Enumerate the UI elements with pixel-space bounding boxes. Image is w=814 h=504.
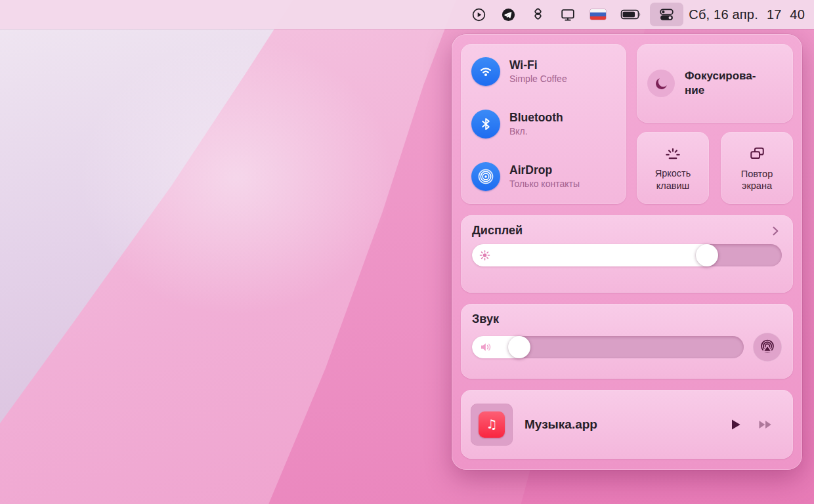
music-app-icon: ♫ bbox=[479, 411, 505, 438]
menu-bar: Сб, 16 апр. 17 40 bbox=[0, 0, 814, 29]
music-note-icon: ♫ bbox=[486, 418, 497, 430]
music-card[interactable]: ♫ Музыка.app bbox=[461, 390, 793, 459]
bluetooth-labels: Bluetooth Вкл. bbox=[509, 111, 563, 137]
keyboard-brightness-line2: клавиш bbox=[655, 180, 691, 192]
airplay-audio-icon bbox=[759, 339, 776, 356]
music-thumbnail: ♫ bbox=[471, 404, 513, 446]
brightness-sun-icon bbox=[479, 250, 490, 261]
telegram-icon bbox=[501, 7, 516, 22]
speaker-icon bbox=[479, 341, 494, 354]
bluetooth-toggle-circle[interactable] bbox=[471, 110, 500, 138]
control-center-menu-button[interactable] bbox=[650, 3, 683, 26]
input-source-flag[interactable] bbox=[583, 3, 613, 26]
mini-button-row: Яркость клавиш Повтор экрана bbox=[637, 132, 793, 204]
battery-menu-item[interactable] bbox=[613, 3, 650, 26]
wifi-toggle[interactable]: Wi-Fi Simple Coffee bbox=[471, 57, 616, 86]
focus-label-line1: Фокусирова- bbox=[685, 69, 756, 83]
keyboard-brightness-line1: Яркость bbox=[655, 167, 691, 179]
moon-icon bbox=[654, 76, 669, 91]
screen-mirroring-icon bbox=[748, 146, 766, 162]
menu-bar-time: 17 40 bbox=[767, 7, 805, 22]
top-right-column: Фокусирова- ние bbox=[637, 44, 793, 204]
bluetooth-status: Вкл. bbox=[509, 126, 563, 138]
wifi-labels: Wi-Fi Simple Coffee bbox=[509, 58, 567, 85]
wifi-toggle-circle[interactable] bbox=[471, 57, 500, 86]
sound-title: Звук bbox=[472, 312, 499, 326]
brightness-slider-knob[interactable] bbox=[696, 244, 718, 266]
airdrop-toggle[interactable]: AirDrop Только контакты bbox=[471, 162, 616, 191]
screen-mirroring-line2: экрана bbox=[741, 180, 773, 192]
telegram-menu-icon[interactable] bbox=[494, 3, 523, 26]
airdrop-labels: AirDrop Только контакты bbox=[509, 163, 580, 190]
battery-fill bbox=[623, 12, 635, 18]
focus-label-line2: ние bbox=[685, 83, 756, 98]
display-title: Дисплей bbox=[472, 224, 523, 238]
sound-card: Звук bbox=[461, 304, 793, 379]
brightness-slider-fill[interactable] bbox=[472, 244, 717, 266]
wifi-network-name: Simple Coffee bbox=[509, 74, 567, 85]
control-center-panel: Wi-Fi Simple Coffee Bluetooth Вкл. bbox=[452, 34, 802, 470]
bluetooth-icon bbox=[478, 116, 494, 132]
volume-slider[interactable] bbox=[472, 336, 744, 358]
top-row: Wi-Fi Simple Coffee Bluetooth Вкл. bbox=[461, 44, 793, 204]
focus-icon-circle bbox=[647, 70, 675, 97]
volume-slider-knob[interactable] bbox=[508, 336, 530, 358]
screen-mirroring-button[interactable]: Повтор экрана bbox=[721, 132, 793, 204]
control-center-icon bbox=[658, 7, 675, 23]
fast-forward-button[interactable] bbox=[756, 417, 776, 432]
screen-mirroring-label: Повтор экрана bbox=[741, 168, 773, 192]
play-circle-menu-icon[interactable] bbox=[464, 3, 494, 26]
display-icon bbox=[560, 7, 576, 22]
layers-menu-icon[interactable] bbox=[523, 3, 553, 26]
connectivity-card: Wi-Fi Simple Coffee Bluetooth Вкл. bbox=[461, 44, 626, 204]
russian-flag-icon bbox=[590, 9, 606, 20]
chevron-right-icon[interactable] bbox=[769, 224, 782, 238]
keyboard-brightness-button[interactable]: Яркость клавиш bbox=[637, 132, 709, 204]
focus-label: Фокусирова- ние bbox=[685, 69, 756, 98]
airdrop-status: Только контакты bbox=[509, 178, 580, 190]
music-app-name: Музыка.app bbox=[525, 417, 716, 432]
bluetooth-title: Bluetooth bbox=[509, 111, 563, 125]
layers-icon bbox=[530, 7, 546, 22]
bluetooth-toggle[interactable]: Bluetooth Вкл. bbox=[471, 110, 616, 138]
wallpaper-highlight bbox=[79, 39, 394, 315]
menu-bar-clock[interactable]: Сб, 16 апр. 17 40 bbox=[689, 7, 805, 22]
airdrop-title: AirDrop bbox=[509, 163, 580, 178]
airdrop-toggle-circle[interactable] bbox=[471, 162, 500, 191]
wifi-title: Wi-Fi bbox=[509, 58, 567, 73]
wifi-icon bbox=[477, 63, 494, 80]
display-menu-icon[interactable] bbox=[553, 3, 583, 26]
brightness-slider[interactable] bbox=[472, 244, 782, 266]
keyboard-brightness-label: Яркость клавиш bbox=[655, 167, 691, 191]
airplay-audio-button[interactable] bbox=[753, 333, 782, 362]
battery-icon bbox=[620, 7, 643, 22]
play-button[interactable] bbox=[727, 417, 743, 432]
display-card: Дисплей bbox=[461, 215, 793, 293]
menu-bar-date: Сб, 16 апр. bbox=[689, 7, 758, 22]
airdrop-icon bbox=[477, 168, 494, 185]
screen-mirroring-line1: Повтор bbox=[741, 168, 773, 180]
music-controls bbox=[727, 417, 776, 432]
focus-button[interactable]: Фокусирова- ние bbox=[637, 44, 793, 123]
play-circle-icon bbox=[471, 7, 486, 22]
keyboard-brightness-icon bbox=[663, 146, 683, 161]
